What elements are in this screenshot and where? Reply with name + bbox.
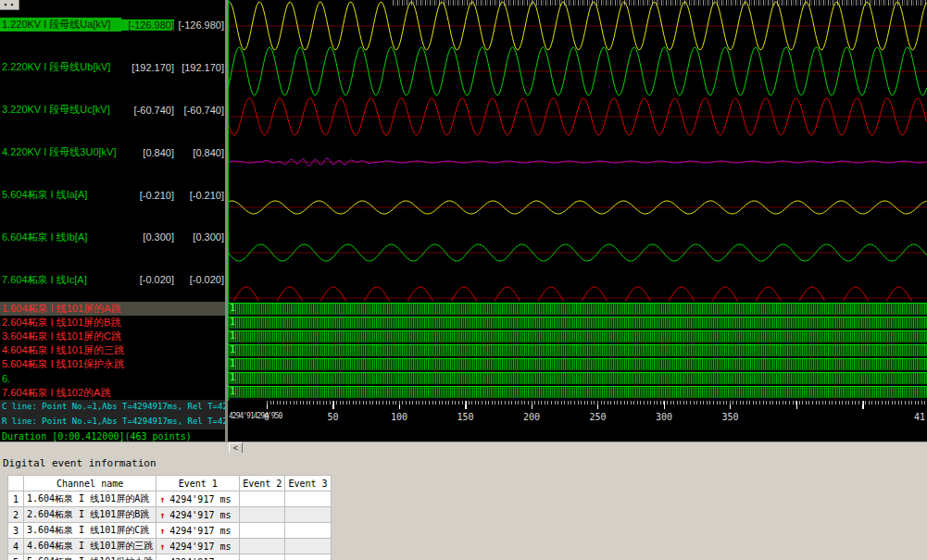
digital-state-value: 1: [230, 330, 235, 342]
event-table-row[interactable]: 33.604柘泉 I 线101屏的C跳↑4294'917 ms: [8, 523, 332, 539]
analog-channel-value-2: [-60.740]: [178, 105, 224, 116]
event-section-title: Digital event information: [0, 453, 927, 469]
event-table-row[interactable]: 44.604柘泉 I 线101屏的三跳↑4294'917 ms: [8, 539, 332, 554]
analog-channel-label: 6.604柘泉 I 线Ib[A]: [0, 230, 121, 244]
time-axis-tick-label: 350: [721, 412, 738, 422]
window-corner-icon[interactable]: [0, 0, 19, 10]
event-channel-name: 2.604柘泉 I 线101屏的B跳: [24, 507, 157, 523]
analog-channel-value-1: [192.170]: [121, 62, 174, 73]
event-3-cell: [285, 523, 331, 539]
digital-state-value: 1: [230, 344, 235, 355]
digital-state-value: 1: [230, 303, 235, 314]
time-axis-tick-label: 200: [523, 412, 540, 422]
event-1-cell: ↑4294'917 ms: [157, 539, 240, 554]
analog-channel-label: 5.604柘泉 I 线Ia[A]: [0, 188, 121, 202]
digital-channel-row[interactable]: 6.: [0, 371, 225, 385]
digital-status-bar[interactable]: 1: [228, 303, 927, 315]
oscillography-viewer-window: 1.220KV I 段母线Ua[kV][-126.980][-126.980]2…: [0, 0, 927, 560]
event-2-cell: [240, 507, 285, 523]
digital-channel-row[interactable]: 1.604柘泉 I 线101屏的A跳: [0, 302, 225, 316]
event-information-section: Digital event information Channel nameEv…: [0, 453, 927, 560]
digital-channel-row[interactable]: 2.604柘泉 I 线101屏的B跳: [0, 316, 225, 330]
analog-channel-value-2: [0.840]: [178, 147, 224, 158]
analog-channel-label: 3.220KV I 段母线Uc[kV]: [0, 103, 121, 117]
event-table-header-cell: Event 3: [285, 476, 331, 492]
analog-channel-value-2: [192.170]: [178, 62, 224, 73]
event-1-time: 4294'917 ms: [169, 510, 231, 520]
event-2-cell: [240, 554, 285, 560]
r-cursor-status: R line: Point No.=1,Abs T=4294917ms, Rel…: [0, 415, 225, 429]
digital-channel-row[interactable]: 4.604柘泉 I 线101屏的三跳: [0, 343, 225, 357]
digital-status-bar[interactable]: 1: [228, 317, 927, 329]
analog-channel-value-2: [0.300]: [178, 231, 224, 243]
c-cursor-status: C line: Point No.=1,Abs T=4294917ms, Rel…: [0, 400, 225, 415]
event-3-cell: [285, 539, 331, 554]
time-axis[interactable]: 4294'914294'950 41 050100150200250300350: [228, 401, 927, 426]
analog-channel-value-1: [-60.740]: [121, 105, 174, 116]
analog-waveform-display[interactable]: [228, 0, 927, 301]
waveform-trace: [228, 287, 927, 301]
event-2-cell: [240, 539, 285, 554]
duration-status: Duration [0:00.412000](463 points): [0, 429, 225, 442]
analog-channel-value-1: [-0.210]: [121, 190, 174, 201]
digital-status-bar[interactable]: 1: [228, 386, 927, 398]
event-table-row[interactable]: 55.604柘泉 I 线101保护永跳↑4294'917 ms: [8, 554, 332, 560]
analog-channel-list: 1.220KV I 段母线Ua[kV][-126.980][-126.980]2…: [0, 4, 225, 302]
event-1-time: 4294'917 ms: [169, 526, 231, 536]
analog-channel-row[interactable]: 1.220KV I 段母线Ua[kV][-126.980][-126.980]: [0, 4, 225, 46]
time-axis-tick-label: 150: [457, 412, 473, 422]
event-row-number: 5: [8, 554, 24, 560]
analog-channel-value-2: [-0.210]: [178, 190, 224, 201]
digital-status-bar[interactable]: 1: [228, 372, 927, 384]
event-1-cell: ↑4294'917 ms: [157, 554, 240, 560]
analog-channel-label: 1.220KV I 段母线Ua[kV]: [0, 18, 121, 31]
rising-edge-arrow-icon: ↑: [159, 526, 165, 536]
digital-channel-row[interactable]: 5.604柘泉 I 线101保护永跳: [0, 357, 225, 371]
digital-state-value: 1: [230, 386, 235, 397]
event-table-row[interactable]: 11.604柘泉 I 线101屏的A跳↑4294'917 ms: [8, 492, 332, 507]
event-1-time: 4294'917 ms: [169, 541, 231, 552]
event-3-cell: [285, 492, 331, 507]
event-row-number: 2: [8, 507, 24, 523]
event-1-cell: ↑4294'917 ms: [157, 523, 240, 539]
event-channel-name: 1.604柘泉 I 线101屏的A跳: [24, 492, 157, 507]
digital-channel-row[interactable]: 7.604柘泉 I 线102的A跳: [0, 386, 225, 400]
analog-channel-row[interactable]: 6.604柘泉 I 线Ib[A][0.300][0.300]: [0, 216, 225, 258]
analog-channel-value-2: [-0.020]: [178, 274, 224, 285]
event-table-header-cell: Event 2: [240, 476, 285, 492]
event-1-cell: ↑4294'917 ms: [157, 492, 240, 507]
event-1-time: 4294'917 ms: [169, 557, 231, 560]
time-axis-tick-label: 100: [391, 412, 407, 422]
analog-channel-row[interactable]: 5.604柘泉 I 线Ia[A][-0.210][-0.210]: [0, 174, 225, 217]
event-table-row[interactable]: 22.604柘泉 I 线101屏的B跳↑4294'917 ms: [8, 507, 332, 523]
digital-status-bar[interactable]: 1: [228, 330, 927, 342]
time-axis-tick-label: 0: [264, 412, 269, 422]
event-row-number: 1: [8, 492, 24, 507]
rising-edge-arrow-icon: ↑: [159, 557, 165, 560]
event-channel-name: 4.604柘泉 I 线101屏的三跳: [24, 539, 157, 554]
rising-edge-arrow-icon: ↑: [159, 494, 165, 504]
cursor-status-block: C line: Point No.=1,Abs T=4294917ms, Rel…: [0, 400, 225, 442]
event-table-header-cell: Event 1: [157, 476, 240, 492]
event-channel-name: 5.604柘泉 I 线101保护永跳: [24, 554, 157, 560]
analog-channel-row[interactable]: 4.220KV I 段母线3U0[kV][0.840][0.840]: [0, 131, 225, 174]
event-3-cell: [285, 507, 331, 523]
rising-edge-arrow-icon: ↑: [159, 510, 165, 520]
analog-channel-row[interactable]: 7.604柘泉 I 线Ic[A][-0.020][-0.020]: [0, 258, 225, 301]
analog-channel-label: 4.220KV I 段母线3U0[kV]: [0, 145, 121, 159]
analog-channel-value-2: [-126.980]: [178, 19, 224, 31]
digital-channel-list: 1.604柘泉 I 线101屏的A跳2.604柘泉 I 线101屏的B跳3.60…: [0, 302, 225, 400]
analog-channel-row[interactable]: 3.220KV I 段母线Uc[kV][-60.740][-60.740]: [0, 89, 225, 131]
analog-channel-row[interactable]: 2.220KV I 段母线Ub[kV][192.170][192.170]: [0, 46, 225, 89]
channel-label-panel: 1.220KV I 段母线Ua[kV][-126.980][-126.980]2…: [0, 0, 225, 442]
event-table-header: Channel nameEvent 1Event 2Event 3: [8, 476, 332, 492]
analog-channel-value-1: [-126.980]: [121, 19, 174, 31]
digital-status-bar[interactable]: 1: [228, 358, 927, 370]
analog-channel-value-1: [-0.020]: [121, 274, 174, 285]
digital-state-value: 1: [230, 358, 235, 369]
digital-status-bar[interactable]: 1: [228, 344, 927, 356]
event-table-body: 11.604柘泉 I 线101屏的A跳↑4294'917 ms22.604柘泉 …: [8, 492, 332, 560]
digital-channel-row[interactable]: 3.604柘泉 I 线101屏的C跳: [0, 330, 225, 343]
event-1-time: 4294'917 ms: [169, 494, 231, 504]
analog-channel-value-1: [0.840]: [121, 147, 174, 158]
